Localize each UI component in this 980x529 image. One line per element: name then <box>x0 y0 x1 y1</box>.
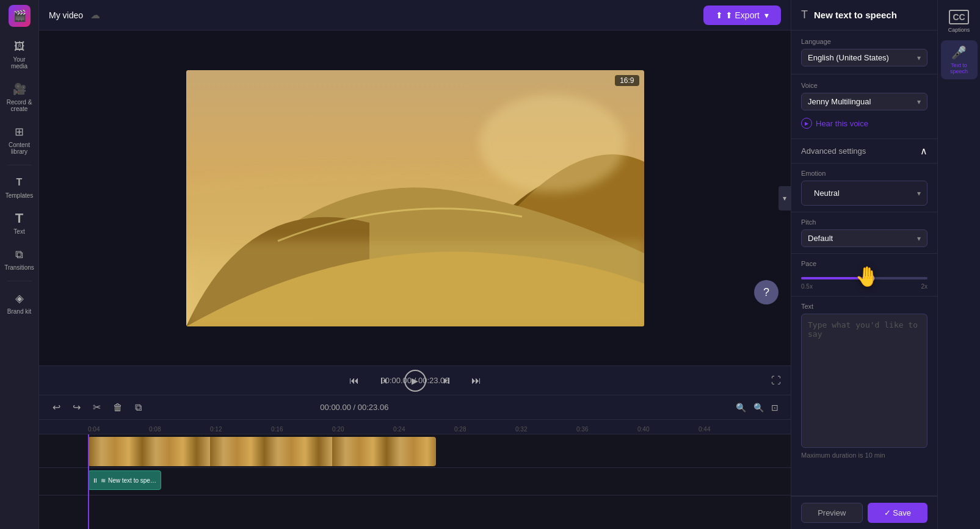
fit-zoom-button[interactable]: ⊡ <box>769 400 781 415</box>
forward-button[interactable]: ⏭ <box>466 373 486 389</box>
project-title[interactable]: My video <box>49 10 83 20</box>
text-input[interactable] <box>801 314 927 448</box>
aspect-ratio-badge: 16:9 <box>615 75 639 86</box>
tts-clip[interactable]: ⏸ ≋ New text to speech <box>88 470 161 490</box>
language-dropdown[interactable]: English (United States) English (UK) Spa… <box>801 49 927 67</box>
play-circle-icon: ▶ <box>801 118 812 129</box>
video-track-content <box>39 434 791 467</box>
voice-select[interactable]: Jenny Multilingual Guy Aria Davis <box>808 97 917 106</box>
voice-section: Voice Jenny Multilingual Guy Aria Davis … <box>791 74 937 139</box>
advanced-settings-toggle[interactable]: Advanced settings ∧ <box>791 139 937 164</box>
captions-label: Captions <box>948 27 970 33</box>
language-label: Language <box>801 38 927 45</box>
pitch-dropdown[interactable]: Default Low High ▾ <box>801 229 927 247</box>
panel-tts-icon: T <box>801 9 808 21</box>
timeline-content: 0:04 0:08 0:12 0:16 0:20 0:24 0:28 0:32 … <box>39 420 791 529</box>
emotion-select[interactable]: Neutral Happy Sad Angry <box>808 185 917 201</box>
video-controls: ⏮ ▶ ⏭ 00:00.00 / 00:23.06 ⛶ <box>39 365 791 395</box>
panel-footer: Preview ✓ Save <box>791 496 937 529</box>
sidebar-item-text[interactable]: T Text <box>2 206 37 240</box>
export-button[interactable]: ⬆ ⬆ Export ▾ <box>703 5 781 25</box>
sidebar-item-label: Text <box>13 228 24 235</box>
voice-label: Voice <box>801 82 927 89</box>
right-panel: T New text to speech Language English (U… <box>791 0 937 529</box>
ruler-mark: 0:24 <box>393 426 454 433</box>
tts-sidebar: CC Captions 🎤 Text to speech <box>937 0 980 529</box>
app-logo: 🎬 <box>9 5 31 27</box>
language-select[interactable]: English (United States) English (UK) Spa… <box>808 53 917 62</box>
chevron-down-icon: ▾ <box>917 54 921 62</box>
delete-button[interactable]: 🗑 <box>109 400 126 416</box>
sidebar-item-content-library[interactable]: ⊞ Content library <box>2 120 37 160</box>
transitions-icon: ⧉ <box>12 247 27 262</box>
timeline-timecode: 00:00.00 / 00:23.06 <box>320 403 388 412</box>
ruler-mark: 0:20 <box>332 426 393 433</box>
sidebar-item-record-create[interactable]: 🎥 Record & create <box>2 77 37 117</box>
sidebar-item-label: Brand kit <box>7 308 31 315</box>
captions-sidebar-item[interactable]: CC Captions <box>941 5 978 38</box>
content-library-icon: ⊞ <box>12 124 27 139</box>
panel-title: New text to speech <box>814 10 897 20</box>
ruler-mark: 0:36 <box>576 426 637 433</box>
sidebar-item-your-media[interactable]: 🖼 Your media <box>2 34 37 74</box>
timeline-collapse-arrow[interactable]: ▾ <box>779 186 791 211</box>
sidebar-item-transitions[interactable]: ⧉ Transitions <box>2 242 37 276</box>
timeline-ruler: 0:04 0:08 0:12 0:16 0:20 0:24 0:28 0:32 … <box>39 420 791 434</box>
emotion-label: Emotion <box>801 170 927 177</box>
tts-wave-icon: ≋ <box>101 477 106 484</box>
canvas-area: 16:9 ? ▾ <box>39 31 791 365</box>
tts-clip-label: New text to speech <box>108 477 157 484</box>
tts-pause-icon: ⏸ <box>92 477 98 484</box>
pitch-label: Pitch <box>801 218 927 226</box>
video-track <box>39 434 791 468</box>
sidebar-item-label: Your media <box>5 56 34 70</box>
tts-track: ⏸ ≋ New text to speech <box>39 468 791 495</box>
pitch-section: Pitch Default Low High ▾ <box>791 212 937 254</box>
sidebar-divider-2 <box>7 281 32 281</box>
text-to-speech-sidebar-item[interactable]: 🎤 Text to speech <box>941 40 978 79</box>
desert-svg <box>186 70 644 326</box>
sidebar-item-templates[interactable]: T Templates <box>2 170 37 204</box>
record-create-icon: 🎥 <box>12 82 27 96</box>
rewind-button[interactable]: ⏮ <box>344 373 364 389</box>
max-duration-label: Maximum duration is 10 min <box>801 452 927 459</box>
svg-rect-2 <box>186 241 644 326</box>
zoom-out-button[interactable]: 🔍 <box>733 400 749 415</box>
text-icon: T <box>12 211 27 226</box>
emotion-section: Emotion Neutral Happy Sad Angry ▾ <box>791 164 937 212</box>
video-preview-image <box>186 70 644 326</box>
zoom-in-button[interactable]: 🔍 <box>751 400 766 415</box>
sidebar-divider-1 <box>7 165 32 165</box>
pitch-select[interactable]: Default Low High <box>808 234 917 243</box>
video-timecode: 00:00.00 / 00:23.06 <box>380 376 449 385</box>
ruler-mark: 0:40 <box>637 426 699 433</box>
help-button[interactable]: ? <box>754 280 779 304</box>
export-up-icon: ⬆ <box>716 10 723 20</box>
pace-min-label: 0.5x <box>801 283 813 290</box>
sidebar-item-label: Transitions <box>4 264 34 271</box>
sidebar-item-label: Templates <box>5 192 34 199</box>
ruler-mark: 0:12 <box>210 426 271 433</box>
emotion-dropdown[interactable]: Neutral Happy Sad Angry ▾ <box>801 181 927 206</box>
chevron-down-icon: ▾ <box>917 98 921 106</box>
undo-button[interactable]: ↩ <box>49 399 64 416</box>
hear-voice-button[interactable]: ▶ Hear this voice <box>801 115 868 131</box>
ruler-mark: 0:32 <box>515 426 576 433</box>
redo-button[interactable]: ↪ <box>69 399 84 416</box>
collapse-icon: ∧ <box>920 145 927 157</box>
templates-icon: T <box>12 175 27 190</box>
sidebar-item-brand-kit[interactable]: ◈ Brand kit <box>2 286 37 320</box>
text-section: Text Maximum duration is 10 min <box>791 297 937 496</box>
pace-slider[interactable] <box>801 277 927 279</box>
export-chevron-icon: ▾ <box>764 10 769 20</box>
save-button[interactable]: ✓ Save <box>868 503 928 523</box>
cut-button[interactable]: ✂ <box>89 399 104 416</box>
duplicate-button[interactable]: ⧉ <box>131 400 145 416</box>
voice-dropdown[interactable]: Jenny Multilingual Guy Aria Davis ▾ <box>801 93 927 110</box>
fullscreen-button[interactable]: ⛶ <box>771 375 781 386</box>
tts-track-content: ⏸ ≋ New text to speech <box>39 468 791 495</box>
video-clip[interactable] <box>88 437 436 466</box>
preview-button[interactable]: Preview <box>801 503 863 523</box>
brand-kit-icon: ◈ <box>12 291 27 306</box>
topbar: My video ☁ ⬆ ⬆ Export ▾ <box>39 0 791 31</box>
